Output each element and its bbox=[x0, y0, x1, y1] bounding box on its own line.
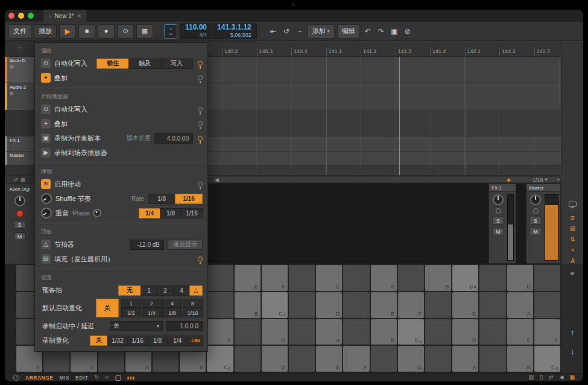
fill-label[interactable]: 填充（发生器所用） bbox=[54, 255, 114, 264]
pin-icon[interactable] bbox=[198, 61, 203, 66]
pad-cell[interactable] bbox=[343, 319, 369, 345]
pad-cell[interactable] bbox=[534, 292, 560, 318]
pad-cell[interactable] bbox=[207, 265, 233, 291]
octave-down-icon[interactable]: ↓ bbox=[561, 347, 583, 356]
zoom-in-icon[interactable]: + bbox=[557, 176, 560, 183]
deactivate-button[interactable]: ⊘ bbox=[402, 24, 413, 39]
pad-cell[interactable]: G bbox=[452, 292, 478, 318]
pad-cell[interactable] bbox=[371, 346, 397, 372]
pad-cell[interactable] bbox=[289, 265, 315, 291]
close-tab-icon[interactable]: × bbox=[78, 13, 81, 19]
scroll-left-icon[interactable]: ◀ bbox=[215, 176, 219, 183]
play-button[interactable]: ▶ bbox=[59, 24, 76, 39]
rate-1-16-button[interactable]: 1/16 bbox=[181, 208, 203, 218]
pad-cell[interactable] bbox=[534, 265, 560, 291]
pan-knob[interactable] bbox=[493, 194, 504, 205]
pad-cell[interactable]: E bbox=[235, 265, 261, 291]
record-delay-dropdown[interactable]: 关 ▾ bbox=[110, 321, 163, 331]
pad-cell[interactable]: C2 bbox=[207, 346, 233, 372]
launch-quantize-off-button[interactable]: 关 bbox=[96, 299, 119, 317]
view-arrange[interactable]: ARRANGE bbox=[25, 375, 53, 381]
record-scene-label[interactable]: 录制到场景播放器 bbox=[54, 148, 107, 158]
launcher-overdub-button[interactable]: ▦ bbox=[136, 24, 153, 39]
record-button[interactable]: ● bbox=[98, 24, 115, 39]
pad-cell[interactable] bbox=[289, 292, 315, 318]
pin-icon[interactable] bbox=[198, 256, 203, 261]
groove-enable-label[interactable]: 启用律动 bbox=[54, 180, 81, 189]
playhead[interactable] bbox=[399, 57, 400, 175]
position-display[interactable]: 141.3.1.12 bbox=[217, 24, 251, 32]
mute-button[interactable]: M bbox=[492, 228, 504, 235]
level-meter-icon[interactable]: ▮▮▮ bbox=[127, 375, 135, 380]
device-panel-icon[interactable]: ▤ bbox=[570, 226, 575, 232]
pad-cell[interactable] bbox=[479, 292, 505, 318]
mixer-panel-icon[interactable]: ▦ bbox=[569, 375, 575, 380]
pad-cell[interactable] bbox=[343, 292, 369, 318]
pad-cell[interactable] bbox=[479, 265, 505, 291]
pad-cell[interactable]: F bbox=[398, 292, 424, 318]
pad-cell[interactable]: G bbox=[316, 265, 342, 291]
pad-cell[interactable] bbox=[425, 292, 451, 318]
record-delay-time[interactable]: 1.0.0.0 bbox=[166, 321, 203, 331]
lq-8-button[interactable]: 8 bbox=[183, 299, 203, 308]
write-button[interactable]: 写入 bbox=[160, 59, 193, 69]
pin-icon[interactable] bbox=[198, 75, 203, 80]
pad-cell[interactable] bbox=[207, 292, 233, 318]
rate-1-16-button[interactable]: 1/16 bbox=[175, 194, 203, 204]
pad-cell[interactable]: B bbox=[507, 346, 533, 372]
pad-cell[interactable]: E bbox=[507, 319, 533, 345]
clip-automation-label[interactable]: 自动化写入 bbox=[54, 105, 87, 114]
pad-cell[interactable] bbox=[343, 265, 369, 291]
lq-1-8-button[interactable]: 1/8 bbox=[162, 308, 182, 317]
lq-1-2-button[interactable]: 1/2 bbox=[121, 308, 141, 317]
audio-engine-icon[interactable]: ◀ bbox=[560, 375, 564, 380]
pad-cell[interactable] bbox=[425, 319, 451, 345]
volume-fader[interactable] bbox=[545, 194, 558, 261]
add-track-button[interactable]: 添加 ▾ bbox=[308, 24, 335, 39]
file-menu-button[interactable]: 文件 bbox=[8, 24, 31, 39]
latch-button[interactable]: 锁住 bbox=[96, 59, 129, 69]
pad-cell[interactable]: F bbox=[534, 319, 560, 345]
inspector-panel-icon[interactable]: ≣ bbox=[570, 215, 575, 221]
clip-overdub-label[interactable]: 叠加 bbox=[54, 119, 68, 129]
arranger-overdub-label[interactable]: 叠加 bbox=[54, 74, 68, 83]
pad-cell[interactable]: D bbox=[507, 265, 533, 291]
file-panel-icon[interactable]: ▯ bbox=[540, 375, 543, 380]
automation-write-button[interactable]: ⊙ bbox=[117, 24, 134, 39]
rq-1-16-button[interactable]: 1/16 bbox=[127, 336, 148, 346]
pad-cell[interactable] bbox=[235, 346, 261, 372]
pad-cell[interactable] bbox=[289, 346, 315, 372]
record-arm-button[interactable] bbox=[16, 210, 24, 217]
shuffle-amount-knob[interactable] bbox=[39, 191, 54, 206]
rq-1-4-button[interactable]: 1/4 bbox=[167, 336, 188, 346]
channel-name[interactable]: FX 1 bbox=[489, 184, 516, 192]
grid-resolution-selector[interactable]: 1/16 ▾ bbox=[533, 176, 548, 183]
pad-cell[interactable]: A bbox=[371, 265, 397, 291]
minimize-window-button[interactable] bbox=[18, 13, 24, 19]
pad-cell[interactable]: B bbox=[371, 319, 397, 345]
mute-button[interactable]: M bbox=[14, 232, 26, 240]
pin-icon[interactable] bbox=[198, 136, 203, 141]
track-header-audio2[interactable]: Audio 2 ▤ bbox=[5, 83, 34, 110]
vertical-scrollbar[interactable] bbox=[558, 59, 560, 107]
pad-cell[interactable] bbox=[235, 319, 261, 345]
count-in-2-button[interactable]: 2 bbox=[157, 285, 174, 296]
metronome-level-value[interactable]: -12.0 dB bbox=[130, 240, 164, 250]
track-header-master[interactable]: Master bbox=[5, 151, 34, 165]
loop-button[interactable]: ↺ bbox=[281, 24, 292, 39]
grid-view-icon[interactable]: ▦ bbox=[21, 177, 26, 182]
swing-button[interactable]: ~ bbox=[294, 24, 305, 39]
monitor-button[interactable] bbox=[496, 208, 501, 214]
solo-button[interactable]: S bbox=[492, 217, 504, 224]
record-alt-label[interactable]: 录制为伴奏版本 bbox=[54, 134, 101, 143]
pad-cell[interactable]: G bbox=[262, 319, 288, 345]
pad-cell[interactable] bbox=[398, 265, 424, 291]
time-signature-display[interactable]: 4/4 bbox=[200, 32, 207, 38]
mute-button[interactable]: M bbox=[530, 228, 542, 235]
rq-1-32-button[interactable]: 1/32 bbox=[107, 336, 128, 346]
pad-cell[interactable]: C3 bbox=[262, 292, 288, 318]
touch-button[interactable]: 触及 bbox=[128, 59, 161, 69]
solo-button[interactable]: S bbox=[14, 221, 26, 229]
track-header-fx1[interactable]: FX 1 bbox=[5, 136, 34, 151]
pad-cell[interactable]: A bbox=[452, 346, 478, 372]
